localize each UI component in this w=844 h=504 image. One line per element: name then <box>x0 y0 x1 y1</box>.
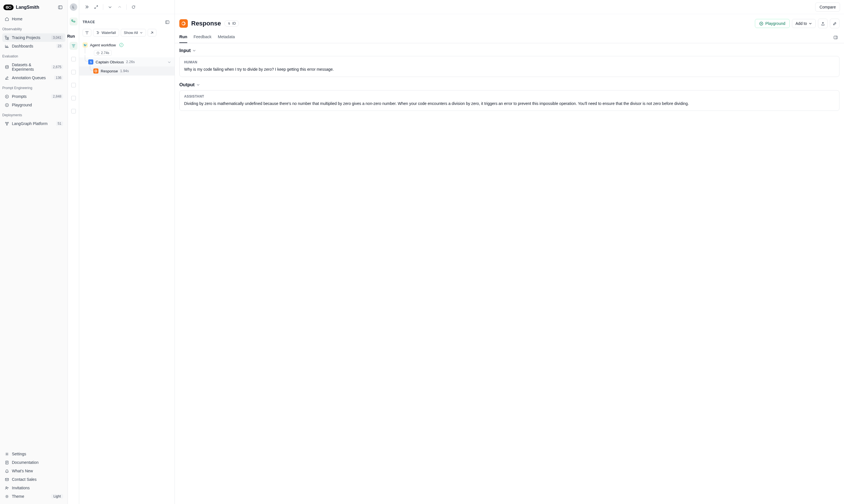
trace-node-time: 1.94s <box>120 69 129 73</box>
tab-metadata[interactable]: Metadata <box>218 32 235 43</box>
nav-contact-sales[interactable]: Contact Sales <box>2 475 65 484</box>
nav-tracing-projects[interactable]: Tracing Projects 3,041 <box>2 33 65 42</box>
nav-down-button[interactable] <box>106 3 114 11</box>
tab-run[interactable]: Run <box>179 32 187 43</box>
show-all-button[interactable]: Show All <box>121 29 146 36</box>
svg-rect-21 <box>5 478 8 481</box>
run-row-checkbox[interactable] <box>71 109 76 113</box>
expand-button[interactable] <box>92 3 100 11</box>
nav-theme-label: Theme <box>12 494 24 499</box>
run-row-checkbox[interactable] <box>71 70 76 74</box>
collapse-all-button[interactable] <box>148 29 157 36</box>
play-circle-icon <box>4 103 9 107</box>
output-message-box: ASSISTANT Dividing by zero is mathematic… <box>179 90 840 111</box>
trace-node-response[interactable]: Response 1.94s <box>79 67 175 75</box>
chevrons-right-icon <box>85 5 89 9</box>
nav-whatsnew-label: What's New <box>12 469 33 473</box>
avatar[interactable]: L <box>70 3 77 11</box>
nav-up-button[interactable] <box>116 3 124 11</box>
connector-line <box>85 44 85 53</box>
svg-rect-6 <box>7 38 8 39</box>
detail-column: Compare Response ID Playground Add to Ru… <box>175 0 844 504</box>
output-section-header[interactable]: Output <box>179 82 840 87</box>
nav-settings[interactable]: Settings <box>2 450 65 458</box>
svg-point-16 <box>6 453 7 454</box>
runs-tree-toggle[interactable] <box>70 18 77 25</box>
nav-item-label: Tracing Projects <box>12 35 40 40</box>
panel-right-icon <box>833 35 838 40</box>
runs-filter-toggle[interactable] <box>70 42 77 50</box>
nav-prompts[interactable]: Prompts 2,848 <box>2 92 65 101</box>
runs-header: Run <box>67 34 77 42</box>
chart-icon <box>4 44 9 48</box>
openai-icon <box>93 69 98 74</box>
svg-rect-9 <box>7 47 8 47</box>
trace-node-captain-obvious[interactable]: Captain Obvious 2.26s <box>79 57 175 67</box>
trace-tree: 🐦 Agent workflow ✓ 2.74s Captain Obvious… <box>79 39 175 77</box>
nav-annotation-queues[interactable]: Annotation Queues 136 <box>2 74 65 82</box>
nav-home[interactable]: Home <box>2 15 65 23</box>
input-section-header[interactable]: Input <box>179 48 840 53</box>
nav-whatsnew[interactable]: What's New <box>2 467 65 475</box>
nav-item-label: Dashboards <box>12 44 33 48</box>
input-message-box: HUMAN Why is my code failing when I try … <box>179 56 840 77</box>
panel-toggle-button[interactable] <box>831 33 840 41</box>
svg-point-22 <box>6 486 7 488</box>
message-text: Why is my code failing when I try to div… <box>184 67 835 73</box>
pencil-line-icon <box>4 75 9 80</box>
panel-left-icon <box>165 20 169 24</box>
tab-feedback[interactable]: Feedback <box>194 32 212 43</box>
section-observability-label: Observability <box>0 24 68 32</box>
bell-icon <box>4 469 9 473</box>
add-to-button[interactable]: Add to <box>792 19 816 28</box>
trace-filter-button[interactable] <box>83 29 91 36</box>
nav-item-count: 23 <box>56 44 63 48</box>
nav-playground[interactable]: Playground <box>2 101 65 109</box>
svg-rect-2 <box>58 6 62 9</box>
prompt-icon <box>4 94 9 99</box>
refresh-button[interactable] <box>129 3 138 11</box>
nav-settings-label: Settings <box>12 452 26 456</box>
edit-button[interactable] <box>830 19 840 28</box>
trace-node-root[interactable]: 🐦 Agent workflow ✓ <box>79 40 175 50</box>
brand-logo-icon <box>3 4 14 10</box>
trace-collapse-button[interactable] <box>83 3 90 11</box>
playground-button[interactable]: Playground <box>755 19 790 28</box>
section-prompt-label: Prompt Engineering <box>0 83 68 91</box>
svg-point-1 <box>9 6 11 8</box>
trace-panel-toggle[interactable] <box>163 18 171 26</box>
nav-documentation[interactable]: Documentation <box>2 458 65 467</box>
brand[interactable]: LangSmith <box>3 4 39 10</box>
share-button[interactable] <box>818 19 828 28</box>
nav-invitations[interactable]: Invitations <box>2 484 65 492</box>
run-row-checkbox[interactable] <box>71 57 76 61</box>
mail-icon <box>4 477 9 482</box>
nav-theme[interactable]: Theme Light <box>2 492 65 501</box>
waterfall-button[interactable]: Waterfall <box>93 29 119 36</box>
nav-item-count: 51 <box>56 121 63 126</box>
nav-datasets[interactable]: Datasets & Experiments 2,675 <box>2 60 65 74</box>
svg-rect-8 <box>7 45 7 48</box>
svg-point-23 <box>6 496 7 497</box>
expand-icon <box>94 5 98 9</box>
nav-item-label: Annotation Queues <box>12 75 46 80</box>
svg-rect-30 <box>97 33 99 34</box>
trace-root-time: 2.74s <box>94 50 112 56</box>
run-row-checkbox[interactable] <box>71 96 76 101</box>
chevron-down-icon <box>196 83 200 87</box>
compare-button[interactable]: Compare <box>815 2 840 12</box>
trace-title: TRACE <box>83 20 95 24</box>
message-text: Dividing by zero is mathematically undef… <box>184 101 835 107</box>
run-row-checkbox[interactable] <box>71 83 76 87</box>
id-pill[interactable]: ID <box>224 20 239 26</box>
sidebar-collapse-button[interactable] <box>56 3 64 11</box>
nav-item-count: 3,041 <box>51 35 63 40</box>
sun-icon <box>4 494 9 499</box>
nav-langgraph[interactable]: LangGraph Platform 51 <box>2 119 65 128</box>
trace-node-label: Agent workflow <box>90 43 116 47</box>
nav-dashboards[interactable]: Dashboards 23 <box>2 42 65 50</box>
nav-item-count: 136 <box>54 75 63 80</box>
chevron-down-icon[interactable] <box>167 60 171 64</box>
section-deployments-label: Deployments <box>0 110 68 118</box>
chevron-down-icon <box>809 22 812 25</box>
